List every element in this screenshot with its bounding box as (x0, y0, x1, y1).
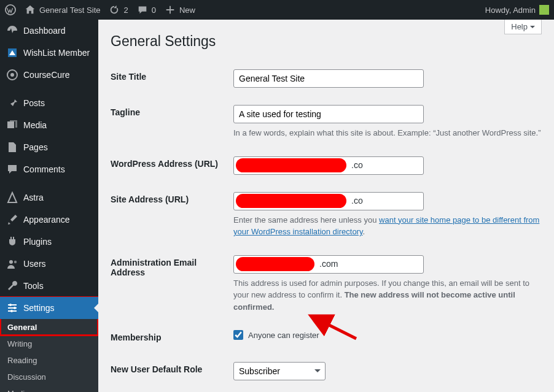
sidebar-item-label: Plugins (23, 237, 52, 247)
highlight-settings-group: Settings General (0, 297, 98, 336)
tagline-label: Tagline (111, 96, 233, 148)
updates-link[interactable]: 2 (109, 4, 128, 15)
coursecure-icon (6, 69, 18, 81)
admin-email-label: Administration Email Address (111, 247, 233, 322)
role-label: New User Default Role (111, 353, 233, 389)
submenu-writing[interactable]: Writing (0, 336, 98, 352)
admin-bar-left: General Test Site 2 0 New (5, 4, 195, 15)
help-tab[interactable]: Help (504, 20, 542, 34)
sidebar-item-wishlist[interactable]: WishList Member (0, 42, 98, 64)
sidebar-item-comments[interactable]: Comments (0, 158, 98, 180)
svg-point-0 (6, 5, 15, 15)
site-title-input[interactable] (233, 69, 424, 88)
sidebar-item-label: Appearance (23, 215, 70, 225)
site-name-text: General Test Site (39, 6, 100, 15)
sidebar-item-label: Users (23, 259, 46, 269)
account-link[interactable]: Howdy, Admin (485, 5, 549, 15)
sliders-icon (6, 302, 18, 314)
settings-submenu-rest: Writing Reading Discussion Media Permali… (0, 336, 98, 392)
sidebar-item-users[interactable]: Users (0, 253, 98, 275)
admin-bar: General Test Site 2 0 New Howdy, Admin (0, 0, 554, 20)
comments-icon (6, 163, 18, 175)
wishlist-icon (6, 47, 18, 59)
sidebar-item-posts[interactable]: Posts (0, 92, 98, 114)
astra-icon (6, 191, 18, 204)
wordpress-icon (5, 4, 16, 15)
sidebar-item-label: Settings (23, 303, 55, 313)
wrench-icon (6, 280, 18, 292)
sidebar-item-label: Media (23, 120, 47, 130)
new-content-link[interactable]: New (165, 4, 195, 15)
submenu-media[interactable]: Media (0, 385, 98, 392)
new-label: New (179, 6, 195, 15)
admin-email-description: This address is used for admin purposes.… (233, 277, 542, 313)
membership-checkbox-text: Anyone can register (248, 331, 319, 340)
sidebar-item-pages[interactable]: Pages (0, 136, 98, 158)
home-icon (25, 4, 36, 15)
sidebar-item-settings[interactable]: Settings (0, 297, 98, 319)
sidebar-item-appearance[interactable]: Appearance (0, 209, 98, 231)
sidebar-item-label: Dashboard (23, 26, 66, 36)
sidebar-item-label: WishList Member (23, 48, 90, 58)
redaction-bar (236, 158, 346, 172)
sidebar-item-label: Tools (23, 281, 44, 291)
comment-icon (137, 4, 148, 15)
sidebar-item-label: Comments (23, 164, 65, 174)
media-icon (6, 119, 18, 131)
svg-point-5 (14, 261, 17, 263)
content-area: Help General Settings Site Title Tagline… (98, 20, 554, 392)
svg-point-8 (10, 310, 13, 312)
plug-icon (6, 236, 18, 248)
dashboard-icon (6, 25, 18, 37)
tagline-input[interactable] (233, 105, 424, 123)
wp-url-suffix: .co (351, 160, 363, 170)
sidebar-item-label: Pages (23, 142, 48, 152)
updates-count: 2 (123, 6, 128, 15)
comments-link[interactable]: 0 (137, 4, 156, 15)
default-role-select[interactable]: Subscriber (233, 362, 326, 380)
site-name-link[interactable]: General Test Site (25, 4, 100, 15)
help-label: Help (511, 22, 528, 31)
membership-checkbox-label[interactable]: Anyone can register (233, 330, 542, 340)
membership-label: Membership (111, 321, 233, 353)
users-icon (6, 258, 18, 270)
site-title-label: Site Title (111, 61, 233, 96)
submenu-general[interactable]: General (0, 319, 98, 336)
plus-icon (165, 4, 176, 15)
chevron-down-icon (530, 26, 535, 31)
howdy-text: Howdy, Admin (485, 6, 536, 15)
sidebar-item-coursecure[interactable]: CourseCure (0, 64, 98, 86)
settings-form: Site Title Tagline In a few words, expla… (111, 61, 542, 392)
wp-url-label: WordPress Address (URL) (111, 148, 233, 183)
sidebar-item-dashboard[interactable]: Dashboard (0, 20, 98, 42)
site-url-description: Enter the same address here unless you w… (233, 214, 542, 238)
refresh-icon (109, 4, 120, 15)
site-url-suffix: .co (351, 196, 363, 206)
membership-checkbox[interactable] (233, 330, 243, 340)
settings-submenu: General (0, 319, 98, 336)
redaction-bar (236, 257, 314, 271)
sidebar-item-label: Astra (23, 193, 44, 202)
admin-email-suffix: .com (319, 259, 338, 269)
svg-point-7 (14, 307, 16, 309)
svg-point-6 (9, 304, 12, 306)
wp-logo[interactable] (5, 4, 16, 15)
admin-bar-right: Howdy, Admin (485, 5, 549, 15)
site-url-label: Site Address (URL) (111, 183, 233, 247)
sidebar-item-media[interactable]: Media (0, 114, 98, 136)
sidebar-item-tools[interactable]: Tools (0, 275, 98, 297)
tagline-description: In a few words, explain what this site i… (233, 127, 542, 139)
sidebar-item-plugins[interactable]: Plugins (0, 231, 98, 253)
page-icon (6, 141, 18, 153)
submenu-reading[interactable]: Reading (0, 352, 98, 369)
sidebar-item-label: Posts (23, 98, 45, 108)
admin-sidebar: Dashboard WishList Member CourseCure Pos… (0, 20, 98, 392)
sidebar-item-astra[interactable]: Astra (0, 186, 98, 209)
redaction-bar (236, 194, 346, 208)
submenu-discussion[interactable]: Discussion (0, 369, 98, 385)
svg-point-4 (9, 260, 13, 264)
avatar (539, 5, 549, 15)
page-title: General Settings (111, 33, 542, 50)
sidebar-item-label: CourseCure (23, 70, 69, 80)
pin-icon (6, 97, 18, 109)
